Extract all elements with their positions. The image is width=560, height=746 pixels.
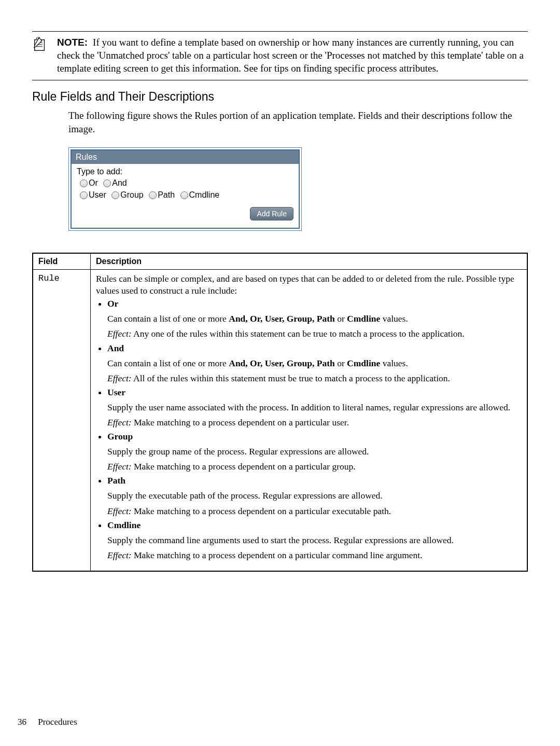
rules-panel-title: Rules xyxy=(72,150,299,164)
rule-name: And xyxy=(107,343,124,353)
note-body: If you want to define a template based o… xyxy=(57,37,524,74)
rule-effect: Effect: Any one of the rules within this… xyxy=(107,328,522,340)
rule-desc: Can contain a list of one or more And, O… xyxy=(107,313,522,325)
note-text: NOTE:If you want to define a template ba… xyxy=(57,36,528,75)
list-item: Or Can contain a list of one or more And… xyxy=(107,298,522,340)
note-block: NOTE:If you want to define a template ba… xyxy=(32,32,528,80)
list-item: Group Supply the group name of the proce… xyxy=(107,431,522,473)
rule-desc: Can contain a list of one or more And, O… xyxy=(107,357,522,369)
rule-intro: Rules can be simple or complex, and are … xyxy=(96,273,522,297)
rule-name: User xyxy=(107,387,125,397)
table-row: Rule Rules can be simple or complex, and… xyxy=(33,270,527,571)
note-icon xyxy=(32,37,48,54)
list-item: Path Supply the executable path of the p… xyxy=(107,475,522,517)
divider-bottom xyxy=(32,80,528,80)
radio-label-and: And xyxy=(112,178,127,187)
list-item: User Supply the user name associated wit… xyxy=(107,386,522,429)
intro-paragraph: The following figure shows the Rules por… xyxy=(68,109,528,135)
rule-desc: Supply the user name associated with the… xyxy=(107,402,522,413)
radio-label-path: Path xyxy=(158,190,175,199)
rule-name: Cmdline xyxy=(107,520,141,530)
radio-cmdline[interactable] xyxy=(180,191,188,199)
rule-desc: Supply the command line arguments used t… xyxy=(107,534,522,546)
radio-path[interactable] xyxy=(149,191,157,199)
radio-row-2: User Group Path Cmdline xyxy=(80,190,293,200)
rule-fields-table: Field Description Rule Rules can be simp… xyxy=(32,253,528,572)
page-number: 36 xyxy=(18,717,26,727)
rule-name: Path xyxy=(107,475,125,486)
section-heading: Rule Fields and Their Descriptions xyxy=(32,90,528,104)
rule-effect: Effect: Make matching to a process depen… xyxy=(107,549,522,561)
radio-user[interactable] xyxy=(80,191,88,199)
rule-desc: Supply the group name of the process. Re… xyxy=(107,446,522,458)
cell-description: Rules can be simple or complex, and are … xyxy=(91,270,528,571)
rule-effect: Effect: Make matching to a process depen… xyxy=(107,461,522,473)
rule-name: Or xyxy=(107,298,118,309)
radio-group[interactable] xyxy=(111,191,119,199)
radio-and[interactable] xyxy=(103,179,111,187)
note-label: NOTE: xyxy=(57,37,88,48)
radio-label-cmdline: Cmdline xyxy=(189,190,220,199)
footer-section: Procedures xyxy=(38,717,77,727)
add-rule-button[interactable]: Add Rule xyxy=(250,207,293,220)
radio-or[interactable] xyxy=(80,179,88,187)
list-item: Cmdline Supply the command line argument… xyxy=(107,519,522,561)
type-to-add-label: Type to add: xyxy=(77,167,293,176)
page-footer: 36 Procedures xyxy=(18,717,77,727)
rules-panel-figure: Rules Type to add: Or And User Group Pat… xyxy=(68,147,302,231)
rule-effect: Effect: All of the rules within this sta… xyxy=(107,372,522,384)
rule-list: Or Can contain a list of one or more And… xyxy=(96,298,522,561)
cell-field: Rule xyxy=(33,270,91,571)
radio-label-group: Group xyxy=(120,190,143,199)
rule-name: Group xyxy=(107,431,133,441)
table-header-description: Description xyxy=(91,253,528,270)
radio-label-user: User xyxy=(89,190,106,199)
radio-row-1: Or And xyxy=(80,178,293,188)
list-item: And Can contain a list of one or more An… xyxy=(107,342,522,384)
table-header-field: Field xyxy=(33,253,91,270)
rule-desc: Supply the executable path of the proces… xyxy=(107,490,522,502)
rule-effect: Effect: Make matching to a process depen… xyxy=(107,417,522,429)
rule-effect: Effect: Make matching to a process depen… xyxy=(107,505,522,517)
radio-label-or: Or xyxy=(89,178,98,187)
